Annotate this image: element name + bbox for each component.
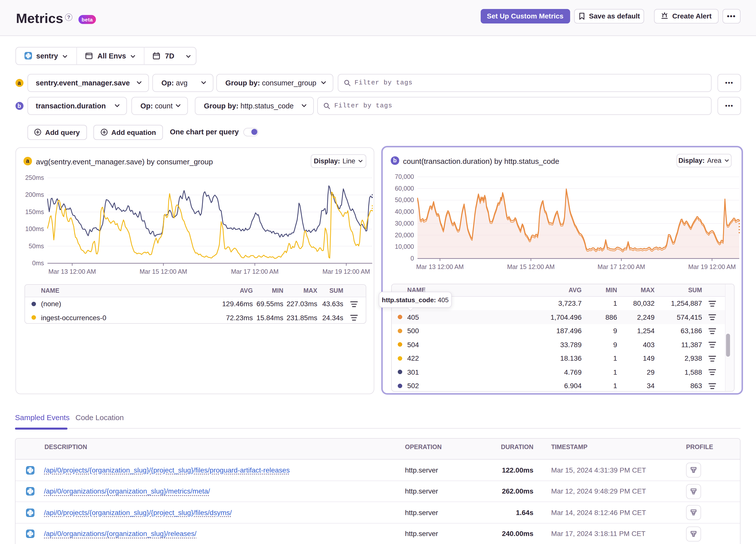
svg-text:200ms: 200ms: [25, 191, 44, 198]
svg-text:50,000: 50,000: [395, 196, 414, 203]
svg-text:70,000: 70,000: [395, 173, 414, 180]
svg-text:30,000: 30,000: [395, 220, 414, 227]
svg-text:150ms: 150ms: [25, 208, 44, 215]
svg-text:Mar 15 12:00 AM: Mar 15 12:00 AM: [140, 268, 187, 275]
svg-text:Mar 13 12:00 AM: Mar 13 12:00 AM: [416, 263, 463, 270]
svg-text:50ms: 50ms: [29, 243, 44, 250]
svg-text:10,000: 10,000: [395, 243, 414, 250]
svg-text:Mar 17 12:00 AM: Mar 17 12:00 AM: [597, 263, 645, 270]
svg-text:20,000: 20,000: [395, 232, 414, 239]
svg-text:60,000: 60,000: [395, 185, 414, 192]
svg-text:Mar 13 12:00 AM: Mar 13 12:00 AM: [48, 268, 96, 275]
svg-text:0ms: 0ms: [32, 260, 44, 267]
svg-text:250ms: 250ms: [25, 174, 44, 181]
svg-text:0: 0: [410, 255, 414, 262]
svg-text:100ms: 100ms: [25, 225, 44, 232]
svg-text:Mar 15 12:00 AM: Mar 15 12:00 AM: [507, 263, 554, 270]
svg-text:Mar 19 12:00 AM: Mar 19 12:00 AM: [323, 268, 370, 275]
svg-text:Mar 19 12:00 AM: Mar 19 12:00 AM: [688, 263, 736, 270]
svg-text:40,000: 40,000: [395, 208, 414, 215]
svg-text:Mar 17 12:00 AM: Mar 17 12:00 AM: [231, 268, 279, 275]
